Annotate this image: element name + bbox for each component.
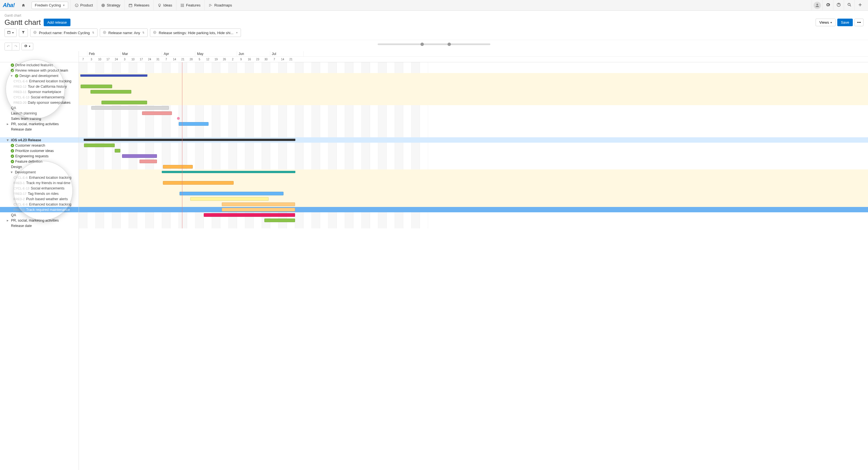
task-row[interactable]: CYCL-E-6Enhanced location tracking [0, 202, 79, 207]
breadcrumb[interactable]: Gantt chart [4, 13, 864, 18]
task-bar[interactable] [140, 159, 157, 163]
task-row[interactable]: FRED-1Track my friends in real-time [0, 180, 79, 185]
task-bar[interactable] [84, 144, 115, 147]
task-ref: FRED-20 [13, 101, 27, 104]
filter-settings[interactable]: Release settings: Hide parking lots, Hid… [150, 28, 241, 37]
nav-releases[interactable]: Releases [124, 0, 153, 11]
summary-bar[interactable] [84, 139, 295, 141]
task-bar[interactable] [163, 165, 193, 169]
day-label: 3 [87, 57, 96, 62]
summary-bar[interactable] [81, 75, 147, 77]
summary-bar[interactable] [162, 171, 295, 173]
chevron-icon[interactable]: ▾ [11, 170, 14, 174]
settings-button[interactable] [823, 0, 833, 11]
more-menu[interactable]: ••• [855, 19, 864, 26]
remove-filter-icon[interactable] [153, 31, 156, 35]
month-label: Jul [270, 51, 304, 56]
task-row[interactable]: Prioritize customer ideas [0, 148, 79, 153]
day-label: 7 [270, 57, 279, 62]
task-bar[interactable] [179, 122, 209, 126]
check-icon [11, 69, 14, 72]
task-bar[interactable] [180, 192, 283, 196]
nav-home[interactable] [18, 0, 29, 11]
task-row[interactable]: Release date [0, 126, 79, 132]
task-bar[interactable] [122, 154, 157, 158]
undo-button[interactable]: ↶ [5, 43, 12, 50]
nav-roadmaps[interactable]: Roadmaps [204, 0, 236, 11]
release-group-row[interactable]: ▾iOS v4.23 Release [0, 137, 79, 143]
gantt-settings-button[interactable]: ▼ [22, 43, 33, 50]
task-row[interactable]: QA [0, 105, 79, 111]
user-avatar[interactable] [812, 0, 823, 11]
task-bar[interactable] [190, 197, 268, 201]
page-header: Gantt chart Gantt chart Add release View… [0, 11, 868, 28]
task-row[interactable]: CYCL-E-6Enhanced location tracking [0, 175, 79, 180]
filter-product[interactable]: Product name: Fredwin Cycling⇅ [30, 28, 97, 37]
task-bar[interactable] [90, 90, 131, 94]
slider-thumb-left[interactable] [421, 42, 424, 46]
remove-filter-icon[interactable] [33, 31, 37, 35]
task-bar[interactable] [204, 213, 296, 217]
task-row[interactable]: Launch planning [0, 111, 79, 116]
task-row[interactable]: Release date [0, 223, 79, 228]
task-bar[interactable] [115, 149, 121, 152]
nav-product[interactable]: Product [70, 0, 97, 11]
nav-ideas[interactable]: Ideas [153, 0, 176, 11]
search-button[interactable] [844, 0, 855, 11]
task-bar[interactable] [222, 202, 295, 206]
date-picker-button[interactable]: ▼ [4, 28, 17, 37]
remove-filter-icon[interactable] [103, 31, 106, 35]
filter-button[interactable] [19, 28, 28, 37]
task-bar[interactable] [142, 111, 172, 115]
task-row[interactable]: FRED-12Tour de California history [0, 84, 79, 89]
task-row[interactable]: Define included features [0, 62, 79, 68]
task-row[interactable]: CYCL-E-13Social enhancements [0, 185, 79, 191]
task-bar[interactable] [101, 101, 147, 104]
task-row[interactable]: ▾Design and development [0, 73, 79, 78]
task-bar[interactable] [81, 85, 112, 88]
task-row[interactable]: Engineering requests [0, 153, 79, 159]
task-row[interactable]: Design [0, 164, 79, 170]
task-row[interactable]: Customer research [0, 143, 79, 148]
task-row[interactable]: FRED-20Daily sponsor sweepstakes [0, 100, 79, 105]
task-row[interactable]: CYCL-E-6Enhanced location tracking [0, 78, 79, 84]
task-row[interactable]: ▸PR, social, marketing activities [0, 121, 79, 126]
task-row[interactable]: Sales team training [0, 116, 79, 121]
nav-strategy[interactable]: Strategy [97, 0, 124, 11]
chevron-icon[interactable]: ▾ [7, 138, 10, 142]
add-button[interactable] [855, 0, 865, 11]
task-row[interactable]: QA [0, 212, 79, 218]
chevron-icon[interactable]: ▾ [11, 74, 14, 78]
task-row[interactable]: CYCL-E-13Social enhancements [0, 94, 79, 100]
slider-thumb-right[interactable] [447, 42, 451, 46]
task-bar[interactable] [91, 106, 168, 110]
task-row[interactable]: FRED-5Track required maintenance [0, 207, 79, 212]
add-release-button[interactable]: Add release [44, 19, 70, 26]
task-row[interactable]: Review release with product team [0, 68, 79, 73]
logo[interactable]: Aha! [3, 2, 14, 8]
task-row[interactable]: FRED-11Sponsor marketplace [0, 89, 79, 94]
nav-features[interactable]: Features [176, 0, 204, 11]
calendar-icon [128, 3, 132, 7]
zoom-slider[interactable] [378, 43, 490, 45]
task-bar[interactable] [265, 218, 295, 222]
task-label: Development [15, 170, 36, 174]
task-row[interactable] [0, 132, 79, 137]
save-button[interactable]: Save [837, 19, 853, 26]
chevron-icon[interactable]: ▸ [7, 122, 10, 126]
workspace-selector[interactable]: Fredwin Cycling ▼ [32, 2, 68, 9]
task-row[interactable]: ▸PR, social, marketing activities [0, 218, 79, 223]
redo-button[interactable]: ↷ [12, 43, 20, 50]
task-label: Feature definition [15, 159, 42, 164]
task-bar[interactable] [222, 208, 295, 211]
task-row[interactable]: FRED-17Tag friends on rides [0, 191, 79, 196]
task-row[interactable]: Feature definition [0, 159, 79, 164]
filter-release[interactable]: Release name: Any⇅ [100, 28, 148, 37]
chevron-icon[interactable]: ▸ [7, 218, 10, 223]
views-dropdown[interactable]: Views▾ [815, 19, 835, 26]
timeline-chart[interactable]: FebMarAprMayJunJul 731017243101724317142… [79, 51, 868, 470]
task-row[interactable]: FRED-2Push based weather alerts [0, 196, 79, 202]
help-button[interactable] [833, 0, 844, 11]
task-bar[interactable] [163, 181, 234, 185]
task-row[interactable]: ▾Development [0, 170, 79, 175]
